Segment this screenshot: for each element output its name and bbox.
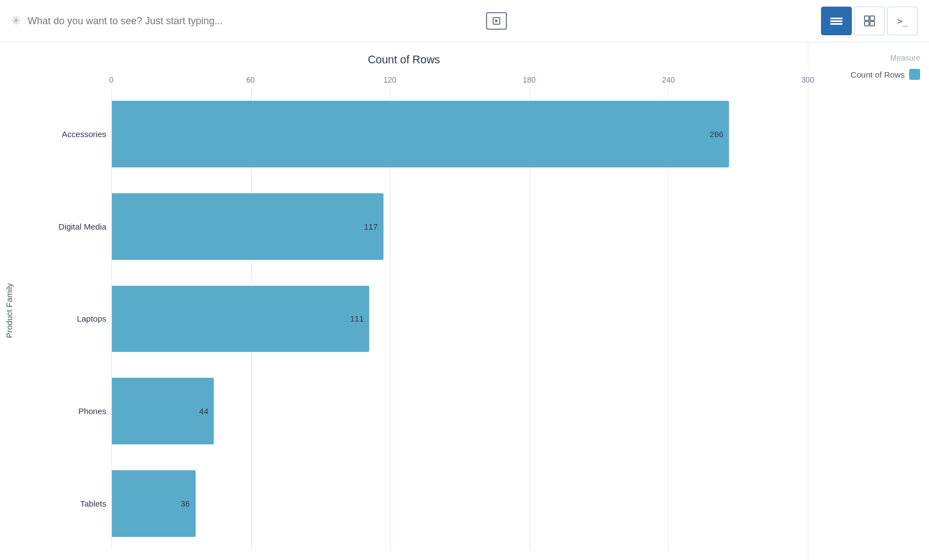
top-bar: ✳ (0, 0, 929, 42)
x-axis: 060120180240300 (111, 72, 808, 88)
bar-row: Phones44 (112, 365, 808, 458)
bar-wrap: 117 (112, 193, 808, 260)
svg-rect-9 (870, 16, 874, 20)
chart-inner: 060120180240300 Accessories266Digital Me… (18, 72, 808, 550)
bar-label: Tablets (21, 499, 106, 508)
bar-value: 111 (350, 314, 364, 323)
search-input[interactable] (28, 15, 479, 27)
x-tick: 0 (109, 75, 114, 84)
y-axis-label: Product Family (0, 72, 18, 550)
x-tick: 60 (246, 75, 255, 84)
legend-item-label: Count of Rows (851, 70, 905, 79)
bar-row: Digital Media117 (112, 181, 808, 273)
search-area: ✳ (11, 12, 507, 30)
bar-row: Laptops111 (112, 273, 808, 365)
svg-rect-6 (830, 20, 838, 22)
chart-container: Product Family 060120180240300 Accessori… (0, 72, 808, 550)
bar: 266 (112, 101, 729, 167)
svg-marker-1 (495, 19, 498, 23)
bar-label: Laptops (21, 314, 106, 323)
bar: 117 (112, 193, 384, 260)
svg-rect-8 (865, 16, 869, 20)
chart-view-button[interactable] (821, 7, 852, 35)
bar-wrap: 36 (112, 470, 808, 537)
svg-rect-7 (830, 23, 833, 25)
chart-title: Count of Rows (0, 53, 808, 66)
table-view-button[interactable] (854, 7, 885, 35)
bar: 36 (112, 470, 196, 537)
bar-row: Accessories266 (112, 88, 808, 181)
bar-label: Digital Media (21, 222, 106, 231)
code-view-button[interactable]: >_ (887, 7, 918, 35)
svg-rect-10 (865, 21, 869, 26)
bar-value: 36 (181, 499, 190, 508)
legend-measure-label: Measure (817, 53, 920, 62)
bars-section: Accessories266Digital Media117Laptops111… (111, 88, 808, 550)
legend-item: Count of Rows (817, 69, 920, 80)
play-button[interactable] (486, 12, 507, 30)
bar-value: 266 (710, 129, 723, 139)
bar-label: Phones (21, 406, 106, 416)
x-tick: 300 (801, 75, 814, 84)
bar: 111 (112, 286, 369, 352)
bar-wrap: 111 (112, 286, 808, 352)
grid-line (808, 88, 808, 550)
bar-wrap: 44 (112, 378, 808, 444)
bar-wrap: 266 (112, 101, 808, 167)
bar-row: Tablets36 (112, 457, 808, 550)
x-tick: 120 (384, 75, 396, 84)
toolbar-buttons: >_ (821, 7, 918, 35)
svg-rect-11 (870, 21, 874, 26)
bar-label: Accessories (21, 129, 106, 139)
spark-icon: ✳ (11, 14, 21, 28)
svg-rect-5 (830, 18, 835, 19)
bar: 44 (112, 378, 214, 444)
x-tick: 240 (662, 75, 675, 84)
bar-value: 44 (199, 406, 209, 416)
bar-value: 117 (364, 222, 378, 231)
x-tick: 180 (523, 75, 536, 84)
chart-area: Count of Rows Product Family 06012018024… (0, 42, 808, 560)
legend-color-box (909, 69, 920, 80)
legend-panel: Measure Count of Rows (808, 42, 929, 560)
main-content: Count of Rows Product Family 06012018024… (0, 42, 929, 560)
